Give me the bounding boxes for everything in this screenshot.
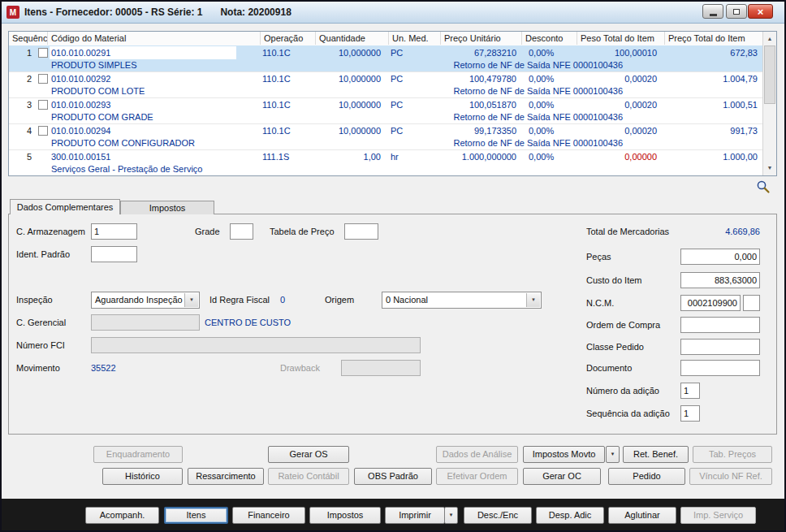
tab-impostos[interactable]: Impostos	[120, 201, 214, 214]
tabela-preco-input[interactable]	[344, 223, 378, 240]
cell-note: Retorno de NF de Saída NFE 0000100436	[317, 137, 623, 149]
centro-de-custo-link[interactable]: CENTRO DE CUSTO	[205, 314, 291, 331]
ret-benef-button[interactable]: Ret. Benef.	[623, 446, 689, 463]
itens-button[interactable]: Itens	[164, 507, 228, 524]
documento-input[interactable]	[680, 360, 760, 376]
desp-adic-button[interactable]: Desp. Adic	[536, 507, 604, 524]
imprimir-button[interactable]: Imprimir	[385, 507, 445, 524]
ncm-input[interactable]	[680, 295, 741, 311]
enquadramento-button: Enquadramento	[93, 446, 183, 463]
ncm-ex-input[interactable]	[743, 295, 760, 311]
c-armazenagem-input[interactable]	[91, 223, 137, 240]
inspecao-select[interactable]: Aguardando Inspeção ▼	[91, 292, 200, 309]
row-checkbox[interactable]	[38, 126, 48, 136]
impostos-movto-dropdown-button[interactable]: ▼	[606, 446, 620, 463]
cell-unit-price: 100,051870	[435, 99, 516, 110]
gerar-oc-button[interactable]: Gerar OC	[523, 468, 601, 485]
col-operacao[interactable]: Operação	[261, 32, 316, 45]
magnifier-icon	[756, 179, 771, 194]
title-bar[interactable]: M Itens - Fornecedor: 00005 - RS Série: …	[2, 2, 784, 24]
cell-um: PC	[391, 47, 403, 58]
grade-input[interactable]	[230, 223, 253, 240]
col-sequencia[interactable]: Sequência	[9, 32, 48, 45]
cell-um: PC	[391, 99, 403, 110]
chevron-up-icon: ▲	[767, 36, 773, 41]
sequencia-adicao-input[interactable]	[680, 405, 700, 422]
gerar-os-button[interactable]: Gerar OS	[268, 446, 349, 463]
classe-pedido-input[interactable]	[680, 339, 760, 355]
col-codigo[interactable]: Código do Material	[48, 32, 261, 45]
pedido-button[interactable]: Pedido	[608, 468, 685, 485]
cell-total: 1.000,00	[663, 151, 758, 162]
col-quantidade[interactable]: Quantidade	[316, 32, 389, 45]
grid-scrollbar[interactable]: ▲ ▼	[762, 32, 776, 175]
items-window: M Itens - Fornecedor: 00005 - RS Série: …	[0, 0, 786, 532]
origem-selected-value: 0 Nacional	[386, 295, 428, 305]
ordem-compra-input[interactable]	[680, 317, 760, 333]
impostos-movto-button[interactable]: Impostos Movto	[523, 446, 605, 463]
numero-adicao-input[interactable]	[680, 383, 700, 399]
table-row[interactable]: 4 010.010.00294 110.1C 10,000000 PC 99,1…	[9, 123, 762, 150]
row-checkbox[interactable]	[38, 74, 48, 84]
cell-note: Retorno de NF de Saída NFE 0000100436	[317, 59, 623, 71]
acompanh-button[interactable]: Acompanh.	[85, 507, 159, 524]
c-gerencial-label: C. Gerencial	[16, 314, 66, 331]
col-peso-total[interactable]: Peso Total do Item	[577, 32, 665, 45]
ident-padrao-input[interactable]	[91, 246, 137, 262]
row-checkbox[interactable]	[38, 48, 48, 58]
app-logo-glyph: M	[10, 8, 16, 17]
cell-total: 672,83	[663, 47, 758, 58]
aglutinar-button[interactable]: Aglutinar	[608, 507, 676, 524]
table-row[interactable]: 2 010.010.00292 110.1C 10,000000 PC 100,…	[9, 71, 762, 98]
col-un-med[interactable]: Un. Med.	[389, 32, 441, 45]
dados-analise-button: Dados de Análise	[436, 446, 518, 463]
cell-code: 010.010.00293	[51, 99, 110, 110]
col-desconto[interactable]: Desconto	[522, 32, 577, 45]
col-preco-unitario[interactable]: Preço Unitário	[441, 32, 522, 45]
desc-enc-button[interactable]: Desc./Enc	[464, 507, 532, 524]
row-checkbox[interactable]	[38, 100, 48, 110]
pecas-input[interactable]	[680, 249, 760, 265]
ordem-compra-label: Ordem de Compra	[586, 317, 660, 333]
cell-weight: 0,00020	[576, 99, 657, 110]
tab-dados-complementares[interactable]: Dados Complementares	[10, 199, 120, 214]
minimize-button[interactable]	[702, 4, 723, 19]
ressarcimento-button[interactable]: Ressarcimento	[188, 468, 264, 485]
table-row[interactable]: 5 300.010.00151 111.1S 1,00 hr 1.000,000…	[9, 149, 762, 175]
cell-qty: 10,000000	[309, 125, 381, 136]
table-row[interactable]: 1 010.010.00291 110.1C 10,000000 PC 67,2…	[9, 45, 762, 72]
cell-op: 110.1C	[262, 99, 291, 110]
id-regra-fiscal-label: Id Regra Fiscal	[209, 292, 270, 308]
cell-desc: Serviços Geral - Prestação de Serviço	[51, 163, 202, 175]
scrollbar-thumb[interactable]	[764, 45, 775, 104]
close-button[interactable]: ×	[748, 4, 773, 19]
origem-select[interactable]: 0 Nacional ▼	[382, 292, 542, 309]
restore-icon	[733, 9, 740, 15]
impostos-button[interactable]: Impostos	[309, 507, 381, 524]
cell-op: 110.1C	[262, 47, 291, 58]
cell-desc: PRODUTO COM CONFIGURADOR	[51, 137, 195, 149]
grid-header: Sequência Código do Material Operação Qu…	[9, 32, 776, 46]
imprimir-dropdown-button[interactable]: ▼	[444, 507, 458, 524]
cell-code-editor[interactable]: 010.010.00291	[50, 46, 236, 59]
scroll-down-button[interactable]: ▼	[763, 161, 776, 174]
cell-weight: 0,00000	[576, 151, 657, 162]
financeiro-button[interactable]: Financeiro	[232, 507, 305, 524]
cell-seq: 5	[11, 151, 32, 162]
app-icon: M	[6, 6, 19, 19]
col-preco-total[interactable]: Preço Total do Item	[665, 32, 762, 45]
cell-qty: 10,000000	[309, 99, 381, 110]
historico-button[interactable]: Histórico	[102, 468, 183, 485]
cell-um: PC	[391, 125, 403, 136]
numero-adicao-label: Número da adição	[586, 383, 659, 399]
custo-item-input[interactable]	[680, 272, 760, 288]
obs-padrao-button[interactable]: OBS Padrão	[354, 468, 432, 485]
cell-unit-price: 67,283210	[435, 47, 516, 58]
total-mercadorias-label: Total de Mercadorias	[586, 223, 669, 240]
scroll-up-button[interactable]: ▲	[763, 32, 776, 45]
table-row[interactable]: 3 010.010.00293 110.1C 10,000000 PC 100,…	[9, 97, 762, 124]
maximize-button[interactable]	[726, 4, 747, 19]
cell-qty: 1,00	[309, 151, 381, 162]
zoom-button[interactable]	[756, 179, 771, 194]
cell-code: 300.010.00151	[51, 151, 110, 162]
